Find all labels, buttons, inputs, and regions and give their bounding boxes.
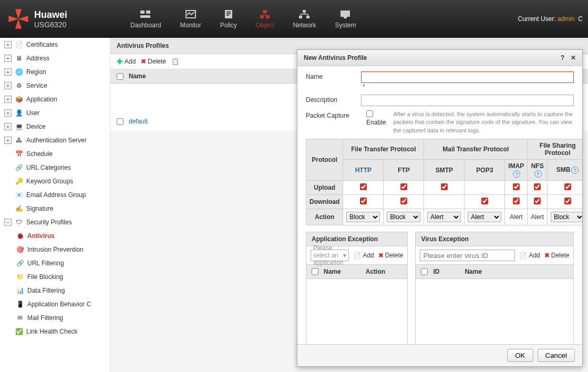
http-download-checkbox[interactable] [360, 198, 367, 204]
sidebar-address[interactable]: +🖥Address [0, 51, 110, 65]
delete-icon: ✖ [544, 252, 550, 259]
sidebar-link-health[interactable]: ✅Link Health Check [0, 325, 110, 338]
sidebar-service[interactable]: +⚙Service [0, 79, 110, 92]
sidebar-data-filtering[interactable]: 📊Data Filtering [12, 284, 110, 297]
expand-icon[interactable]: + [4, 68, 12, 76]
nfs-download-checkbox[interactable] [534, 198, 541, 204]
description-input[interactable] [361, 95, 574, 106]
smb-action-select[interactable]: Block [551, 212, 582, 222]
expand-icon[interactable]: + [4, 55, 12, 62]
add-button[interactable]: ✚Add [117, 57, 136, 66]
nav-network[interactable]: Network [283, 5, 325, 33]
protocol-table: Protocol File Transfer Protocol Mail Tra… [306, 139, 582, 225]
smtp-upload-checkbox[interactable] [441, 183, 448, 190]
sidebar-keyword-groups[interactable]: 🔑Keyword Groups [0, 174, 110, 188]
http-action-select[interactable]: Block [346, 212, 380, 222]
svg-rect-21 [344, 17, 347, 18]
expand-icon[interactable]: + [4, 41, 12, 48]
sidebar-region[interactable]: +🌐Region [0, 65, 110, 79]
enable-checkbox[interactable] [366, 110, 373, 117]
help-icon[interactable]: ? [571, 167, 579, 174]
collapse-icon[interactable]: − [4, 219, 12, 226]
app-delete-button[interactable]: ✖Delete [378, 252, 404, 259]
sidebar-device[interactable]: +💻Device [0, 120, 110, 133]
nfs-upload-checkbox[interactable] [534, 183, 541, 190]
sidebar-mail-filtering[interactable]: ✉Mail Filtering [12, 311, 110, 325]
select-all-checkbox[interactable] [117, 73, 123, 80]
app-select[interactable]: Please select an application▾ [311, 250, 349, 261]
virus-id-input[interactable] [420, 250, 515, 261]
nav-dashboard[interactable]: Dashboard [121, 5, 171, 33]
close-icon[interactable]: ✕ [571, 54, 576, 61]
expand-icon[interactable]: + [4, 109, 12, 117]
virus-add-button[interactable]: 📄Add [519, 252, 540, 259]
sidebar-user[interactable]: +👤User [0, 106, 110, 120]
download-row: Download [306, 195, 343, 209]
sidebar-intrusion[interactable]: 🎯Intrusion Prevention [12, 243, 110, 256]
nav-policy[interactable]: Policy [211, 5, 246, 33]
copy-icon[interactable]: 📋 [171, 58, 179, 65]
ftp-download-checkbox[interactable] [400, 198, 407, 204]
expand-icon[interactable]: + [4, 137, 12, 144]
app-name-col: Name [324, 268, 360, 275]
smb-upload-checkbox[interactable] [564, 183, 571, 190]
virus-delete-button[interactable]: ✖Delete [544, 252, 570, 259]
pop3-action-select[interactable]: Alert [468, 212, 501, 222]
dashboard-icon [139, 9, 152, 19]
cancel-button[interactable]: Cancel [538, 349, 575, 362]
nav-system[interactable]: System [325, 5, 365, 33]
imap-upload-checkbox[interactable] [513, 183, 520, 190]
pop3-download-checkbox[interactable] [481, 198, 488, 204]
smtp-action-select[interactable]: Alert [427, 212, 461, 222]
sidebar-email-group[interactable]: 📧Email Address Group [0, 188, 110, 202]
delete-button[interactable]: ✖Delete [141, 58, 166, 65]
ok-button[interactable]: OK [507, 349, 533, 362]
sidebar-security-profiles[interactable]: −🛡Security Profiles [0, 215, 110, 229]
huawei-logo-icon [8, 8, 29, 29]
app-header: Huawei USG6320 Dashboard Monitor Policy … [0, 0, 588, 38]
sidebar-antivirus[interactable]: 🐞Antivirus [12, 229, 110, 243]
name-column: Name [129, 73, 146, 80]
sidebar-url-filtering[interactable]: 🔗URL Filtering [12, 256, 110, 270]
app-add-button[interactable]: 📄Add [353, 252, 374, 259]
http-link[interactable]: HTTP [355, 167, 372, 174]
sidebar-schedule[interactable]: 📅Schedule [0, 147, 110, 161]
expand-icon[interactable]: + [4, 96, 12, 103]
expand-icon[interactable]: + [4, 123, 12, 130]
nav-monitor[interactable]: Monitor [171, 5, 211, 33]
expand-icon[interactable]: + [4, 82, 12, 89]
sidebar-auth-server[interactable]: +🖧Authentication Server [0, 133, 110, 147]
app-select-all[interactable] [312, 268, 318, 275]
sidebar-file-blocking[interactable]: 📁File Blocking [12, 270, 110, 284]
name-input[interactable] [361, 71, 574, 83]
object-icon [259, 9, 271, 19]
help-icon[interactable]: ? [561, 54, 564, 61]
sidebar-signature[interactable]: ✍Signature [0, 202, 110, 215]
new-profile-modal: New Antivirus Profile ? ✕ Name * Descrip… [297, 49, 583, 367]
svg-rect-4 [225, 10, 232, 18]
help-icon[interactable]: ? [534, 170, 542, 178]
svg-rect-6 [226, 13, 231, 14]
sidebar-url-categories[interactable]: 🔗URL Categories [0, 161, 110, 174]
nav-object[interactable]: Object [246, 5, 284, 33]
file-sharing-header: File Sharing Protocol [528, 139, 582, 160]
system-icon [339, 9, 352, 19]
ftp-upload-checkbox[interactable] [400, 183, 407, 190]
http-upload-checkbox[interactable] [360, 183, 367, 190]
ftp-action-select[interactable]: Block [387, 212, 420, 222]
virus-id-col: ID [433, 268, 459, 275]
sidebar-certificates[interactable]: +📄Certificates [0, 38, 110, 51]
virus-select-all[interactable] [421, 268, 428, 275]
sidebar: +📄Certificates +🖥Address +🌐Region +⚙Serv… [0, 38, 110, 372]
add-icon: 📄 [519, 252, 527, 259]
svg-rect-9 [260, 15, 264, 18]
delete-icon: ✖ [378, 252, 384, 259]
svg-rect-5 [226, 12, 231, 13]
help-icon[interactable]: ? [513, 170, 520, 178]
profile-link[interactable]: default [129, 118, 148, 125]
sidebar-app-behavior[interactable]: 📱Application Behavior C [12, 297, 110, 311]
row-checkbox[interactable] [117, 118, 123, 125]
imap-download-checkbox[interactable] [513, 198, 520, 204]
sidebar-application[interactable]: +📦Application [0, 92, 110, 106]
smb-download-checkbox[interactable] [564, 198, 571, 204]
